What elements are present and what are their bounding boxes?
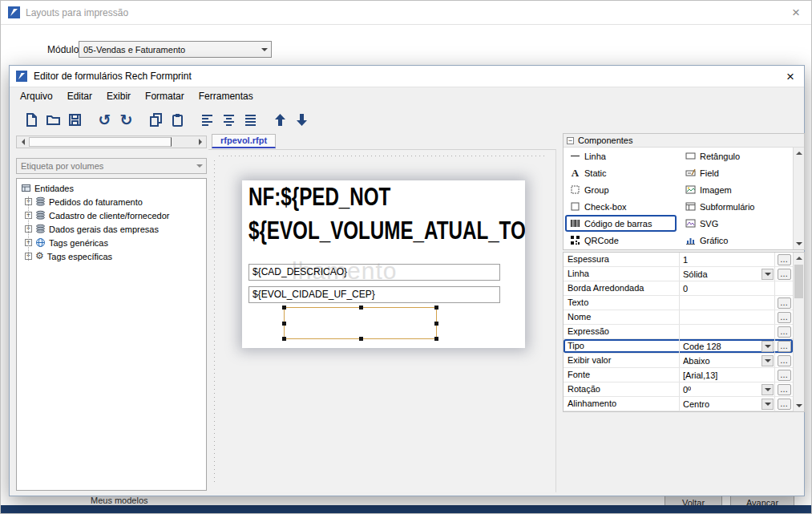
resize-handle[interactable] [434,322,438,326]
properties-scrollbar[interactable] [793,253,804,411]
undo-button[interactable]: ↺ [94,109,115,130]
tree-item-dados-gerais[interactable]: + Dados gerais das empresas [17,222,206,236]
align-center-button[interactable] [218,109,240,130]
scroll-up-icon[interactable] [794,148,804,159]
scroll-left-icon[interactable] [17,136,29,148]
property-row-exibir-valor[interactable]: Exibir valor Abaixo … [564,354,793,368]
more-button[interactable]: … [778,312,791,323]
more-button[interactable]: … [778,326,791,338]
chevron-down-icon[interactable] [762,355,774,366]
template-select[interactable]: Etiqueta por volumes [16,158,207,174]
design-text-volume[interactable]: ${EVOL_VOLUME_ATUAL_TOTA [248,217,525,245]
property-value[interactable]: Sólida [683,269,708,279]
components-scrollbar[interactable] [793,148,804,249]
meus-modelos-button[interactable]: Meus modelos [91,496,148,505]
component-grafico[interactable]: Gráfico [679,232,793,249]
new-file-button[interactable] [21,109,42,130]
chevron-down-icon[interactable] [762,269,774,280]
property-row-alinhamento[interactable]: Alinhamento Centro … [564,397,793,411]
resize-handle[interactable] [282,337,286,341]
resize-handle[interactable] [282,306,286,310]
component-field[interactable]: Field [679,164,793,181]
component-linha[interactable]: Linha [564,148,679,164]
scrollbar-thumb[interactable] [29,137,172,147]
component-retangulo[interactable]: Retângulo [679,148,793,164]
scroll-up-icon[interactable] [794,253,804,264]
window-close-button[interactable]: × [792,1,800,25]
more-button[interactable]: … [778,254,791,265]
property-row-expressao[interactable]: Expressão … [564,325,793,339]
property-row-texto[interactable]: Texto … [564,296,793,310]
property-row-espessura[interactable]: Espessura 1 … [564,253,793,267]
modulo-select[interactable]: 05-Vendas e Faturamento [79,41,272,58]
property-value[interactable]: [Arial,13] [683,370,717,380]
chevron-down-icon[interactable] [762,384,774,395]
component-subformulario[interactable]: Subformulário [679,198,793,215]
property-value[interactable]: 1 [683,255,688,265]
property-row-nome[interactable]: Nome … [564,310,793,325]
editor-close-button[interactable]: × [786,66,794,87]
align-left-button[interactable] [196,109,218,130]
component-group[interactable]: Group [564,181,679,198]
menu-formatar[interactable]: Formatar [138,87,192,105]
component-codigo-de-barras[interactable]: Código de barras [565,215,677,232]
more-button[interactable]: … [778,384,791,395]
align-justify-button[interactable] [240,109,261,130]
menu-arquivo[interactable]: Arquivo [13,87,60,105]
component-qrcode[interactable]: QRCode [564,232,679,249]
open-button[interactable] [42,109,64,130]
chevron-down-icon[interactable] [762,341,774,352]
property-row-rotacao[interactable]: Rotação 0º … [564,382,793,397]
resize-handle[interactable] [359,337,363,341]
tree-item-cadastro[interactable]: + Cadastro de cliente/fornecedor [17,208,206,222]
redo-button[interactable]: ↻ [115,109,137,130]
more-button[interactable]: … [778,355,791,366]
component-imagem[interactable]: Imagem [679,181,793,198]
design-field-descricao[interactable]: ${CAD_DESCRICAO} [248,264,500,281]
resize-handle[interactable] [434,306,438,310]
more-button[interactable]: … [778,269,791,280]
label-design-area[interactable]: lhamento NF:${PED_NOT ${EVOL_VOLUME_ATUA… [242,180,525,348]
resize-handle[interactable] [282,322,286,326]
resize-handle[interactable] [359,306,363,310]
component-static[interactable]: A Static [564,164,679,181]
more-button[interactable]: … [778,370,791,381]
property-value[interactable]: Centro [683,399,709,409]
tree-horizontal-scrollbar[interactable] [16,136,207,148]
move-up-button[interactable] [269,109,291,130]
move-down-button[interactable] [291,109,313,130]
copy-button[interactable] [145,109,167,130]
property-value[interactable]: 0 [683,284,688,293]
more-button[interactable]: … [778,341,791,352]
component-checkbox[interactable]: Check-box [564,198,679,215]
scroll-down-icon[interactable] [794,400,804,411]
paste-button[interactable] [167,109,188,130]
scroll-right-icon[interactable] [194,136,206,148]
collapse-icon[interactable]: − [567,137,574,144]
property-row-tipo[interactable]: Tipo Code 128 … [564,339,793,354]
tree-root-entidades[interactable]: Entidades [17,181,206,195]
design-field-cidade[interactable]: ${EVOL_CIDADE_UF_CEP} [248,286,500,303]
tab-rfpevol[interactable]: rfpevol.rfpt [212,134,276,148]
scrollbar-thumb[interactable] [794,265,803,298]
chevron-down-icon[interactable] [762,399,774,410]
design-canvas[interactable]: lhamento NF:${PED_NOT ${EVOL_VOLUME_ATUA… [208,149,556,492]
tree-item-tags-especificas[interactable]: + ⚙ Tags específicas [17,249,206,263]
menu-ferramentas[interactable]: Ferramentas [192,87,261,105]
resize-handle[interactable] [434,337,438,341]
property-value[interactable]: Abaixo [683,356,710,366]
property-row-borda-arredondada[interactable]: Borda Arredondada 0 [564,281,793,296]
menu-editar[interactable]: Editar [60,87,99,105]
more-button[interactable]: … [778,297,791,309]
selected-barcode-element[interactable] [284,307,437,339]
component-svg[interactable]: SVG [679,215,793,232]
components-header[interactable]: − Componentes [564,134,804,148]
tree-item-tags-genericas[interactable]: + Tags genéricas [17,236,206,249]
save-button[interactable] [64,109,86,130]
scroll-down-icon[interactable] [794,238,804,249]
design-text-nf[interactable]: NF:${PED_NOT [248,183,390,212]
more-button[interactable]: … [778,399,791,410]
property-row-fonte[interactable]: Fonte [Arial,13] … [564,368,793,382]
property-value[interactable]: 0º [683,385,691,395]
property-row-linha[interactable]: Linha Sólida … [564,267,793,281]
